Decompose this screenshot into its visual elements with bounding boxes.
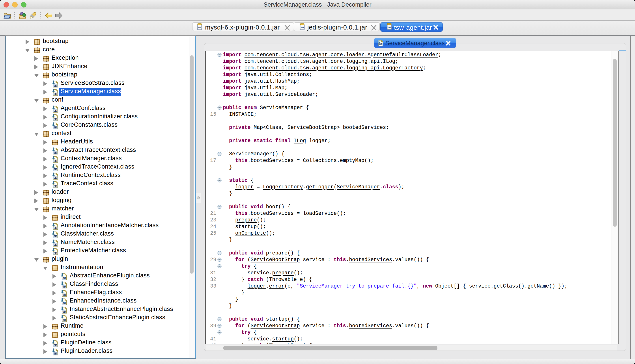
svg-text:010: 010 xyxy=(62,294,66,296)
svg-text:010: 010 xyxy=(54,160,57,162)
svg-text:010: 010 xyxy=(301,26,304,29)
svg-text:010: 010 xyxy=(54,109,57,112)
svg-text:010: 010 xyxy=(198,26,201,29)
svg-text:010: 010 xyxy=(54,92,57,96)
svg-text:010: 010 xyxy=(62,285,66,288)
svg-text:010: 010 xyxy=(54,176,57,179)
svg-text:010: 010 xyxy=(54,118,57,121)
svg-text:010: 010 xyxy=(54,252,57,255)
svg-text:010: 010 xyxy=(62,318,66,322)
svg-text:010: 010 xyxy=(54,126,57,129)
svg-text:010: 010 xyxy=(62,302,66,305)
svg-text:010: 010 xyxy=(54,168,57,171)
svg-text:010: 010 xyxy=(54,185,57,188)
svg-text:010: 010 xyxy=(54,84,57,87)
svg-text:010: 010 xyxy=(54,226,57,230)
svg-text:010: 010 xyxy=(54,235,57,238)
svg-text:010: 010 xyxy=(62,277,66,280)
svg-text:010: 010 xyxy=(54,243,57,246)
svg-text:010: 010 xyxy=(54,344,57,347)
svg-text:010: 010 xyxy=(388,26,391,29)
svg-text:010: 010 xyxy=(54,352,57,355)
svg-text:010: 010 xyxy=(54,151,57,154)
svg-text:010: 010 xyxy=(62,310,66,313)
svg-text:010: 010 xyxy=(379,43,382,46)
